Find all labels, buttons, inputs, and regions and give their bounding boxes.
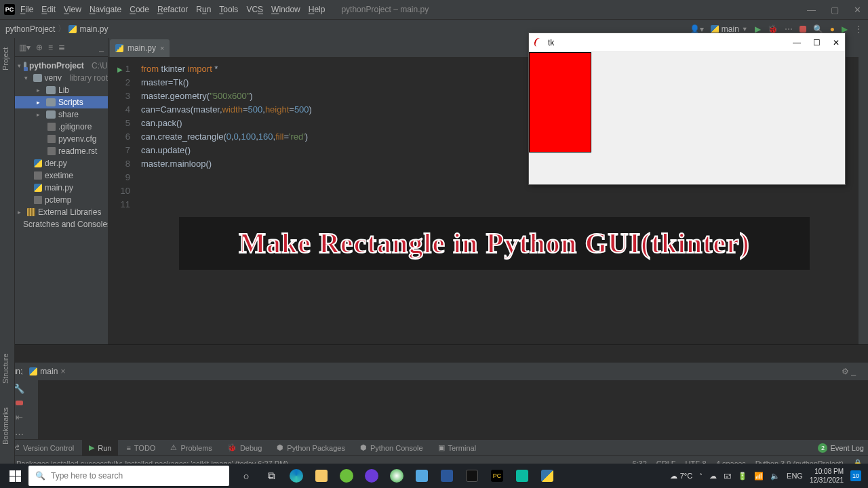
sound-icon[interactable]: 🔈 <box>770 472 780 481</box>
app-word-icon[interactable] <box>435 466 458 486</box>
tab-python-console[interactable]: ⬢Python Console <box>353 440 430 455</box>
structure-tool-tab[interactable]: Structure <box>1 353 9 384</box>
close-icon[interactable]: ✕ <box>851 5 864 15</box>
run-gutter-icon[interactable]: ▶ <box>117 63 123 77</box>
tree-pyvenv[interactable]: pyvenv.cfg <box>15 133 108 145</box>
tkinter-app-window[interactable]: tk — ☐ ✕ <box>528 33 846 185</box>
menu-window[interactable]: Window <box>271 5 300 14</box>
menu-edit[interactable]: Edit <box>41 5 56 14</box>
tree-exetime[interactable]: exetime <box>15 169 108 182</box>
menu-code[interactable]: Code <box>130 5 149 14</box>
tree-scratches[interactable]: Scratches and Consoles <box>15 218 108 230</box>
weather-widget[interactable]: ☁ 7°C <box>670 472 692 481</box>
tk-feather-icon <box>534 38 544 47</box>
scroll-down-icon[interactable]: ↓ <box>20 369 24 376</box>
tab-problems[interactable]: ⚠Problems <box>163 440 218 455</box>
taskbar-search[interactable]: 🔍Type here to search <box>28 466 229 486</box>
exit-layout-icon[interactable]: ⇤ <box>16 412 23 422</box>
pycharm-logo-icon: PC <box>4 4 15 15</box>
editor-marker-stripe[interactable] <box>859 57 868 344</box>
collapse-all-icon[interactable]: ≣ <box>58 43 65 52</box>
project-tool-tab[interactable]: Project <box>1 47 9 70</box>
run-tab[interactable]: main× <box>29 367 65 376</box>
packages-icon: ⬢ <box>277 443 283 452</box>
window-title: pythonProject – main.py <box>341 5 429 14</box>
stop-button-icon[interactable] <box>800 26 806 33</box>
task-view-icon[interactable]: ⧉ <box>260 466 283 486</box>
menu-navigate[interactable]: Navigate <box>90 5 121 14</box>
tree-venv[interactable]: ▾venv library root <box>15 72 108 84</box>
wrench-icon[interactable]: 🔧 <box>14 384 24 394</box>
tab-debug[interactable]: 🐞Debug <box>220 440 269 455</box>
menu-vcs[interactable]: VCS <box>246 5 263 14</box>
tree-readme[interactable]: readme.rst <box>15 145 108 157</box>
tree-pctemp[interactable]: pctemp <box>15 194 108 206</box>
run-settings-icon[interactable]: ⚙ ⎯ <box>842 367 868 376</box>
tree-external-libraries[interactable]: ▸External Libraries <box>15 206 108 218</box>
tree-der[interactable]: der.py <box>15 157 108 169</box>
tab-version-control[interactable]: ⎇Version Control <box>4 440 81 455</box>
maximize-icon[interactable]: ▢ <box>828 5 842 15</box>
tree-main[interactable]: main.py <box>15 182 108 194</box>
locate-icon[interactable]: ⊕ <box>36 43 43 52</box>
app-python-icon[interactable] <box>536 466 559 486</box>
menu-refactor[interactable]: Refactor <box>157 5 188 14</box>
tab-event-log[interactable]: 2Event Log <box>818 443 864 453</box>
event-count-badge: 2 <box>818 443 827 453</box>
menu-help[interactable]: Help <box>309 5 326 14</box>
app-green2-icon[interactable] <box>385 466 408 486</box>
python-icon <box>711 25 719 33</box>
menu-tools[interactable]: Tools <box>219 5 238 14</box>
tk-titlebar[interactable]: tk — ☐ ✕ <box>529 33 845 52</box>
app-notepad-icon[interactable] <box>410 466 433 486</box>
language-indicator[interactable]: ENG <box>787 472 803 480</box>
minimize-icon[interactable]: — <box>804 5 818 15</box>
tray-overflow-icon[interactable]: ˄ <box>699 472 703 480</box>
wifi-icon[interactable]: 📶 <box>754 472 764 481</box>
menu-file[interactable]: File <box>20 5 33 14</box>
hide-panel-icon[interactable]: ⎯ <box>99 43 104 52</box>
libraries-icon <box>27 208 35 216</box>
edge-icon[interactable] <box>285 466 308 486</box>
editor-tab-main[interactable]: main.py × <box>110 39 170 57</box>
tree-gitignore[interactable]: .gitignore <box>15 121 108 133</box>
breadcrumb-file[interactable]: main.py <box>68 24 108 34</box>
tab-python-packages[interactable]: ⬢Python Packages <box>270 440 352 455</box>
app-purple-icon[interactable] <box>360 466 383 486</box>
start-button[interactable] <box>3 464 27 488</box>
app-cmd-icon[interactable] <box>460 466 484 486</box>
close-run-tab-icon[interactable]: × <box>60 367 65 376</box>
expand-all-icon[interactable]: ≡ <box>48 43 53 52</box>
tab-todcouncils[interactable]: ≡TODO <box>119 440 162 455</box>
cortana-icon[interactable]: ○ <box>235 466 258 486</box>
tree-root[interactable]: ▾pythonProject C:\U <box>15 60 108 72</box>
menu-run[interactable]: Run <box>196 5 211 14</box>
tree-scripts[interactable]: ▸Scripts <box>15 96 108 108</box>
stop-icon[interactable] <box>16 401 23 405</box>
bookmarks-tool-tab[interactable]: Bookmarks <box>1 407 9 445</box>
notification-center-icon[interactable]: 10 <box>850 470 861 481</box>
tk-maximize-icon[interactable]: ☐ <box>813 38 821 47</box>
project-tree-panel: ▥▾ ⊕ ≡ ≣ ⎯ ▾pythonProject C:\U ▾venv lib… <box>15 38 108 344</box>
explorer-icon[interactable] <box>310 466 333 486</box>
mail-icon[interactable]: 🖃 <box>724 472 731 480</box>
breadcrumb-project[interactable]: pythonProject <box>5 24 55 34</box>
toolbar-more-icon[interactable]: ⋮ <box>854 24 863 34</box>
tk-close-icon[interactable]: ✕ <box>833 38 840 47</box>
app-filmora-icon[interactable] <box>511 466 534 486</box>
tk-minimize-icon[interactable]: — <box>793 38 801 47</box>
tree-share[interactable]: ▸share <box>15 108 108 121</box>
more-icon[interactable]: ⋯ <box>15 429 24 439</box>
close-tab-icon[interactable]: × <box>160 44 164 52</box>
tree-lib[interactable]: ▸Lib <box>15 84 108 96</box>
battery-icon[interactable]: 🔋 <box>738 472 747 481</box>
app-pycharm-icon[interactable]: PC <box>486 466 509 486</box>
tab-terminal[interactable]: ▣Terminal <box>431 440 484 455</box>
onedrive-icon[interactable]: ☁ <box>709 472 717 481</box>
app-green-icon[interactable] <box>335 466 358 486</box>
system-tray: ☁ 7°C ˄ ☁ 🖃 🔋 📶 🔈 ENG 10:08 PM12/31/2021… <box>670 467 865 485</box>
project-view-icon[interactable]: ▥▾ <box>19 43 31 52</box>
clock[interactable]: 10:08 PM12/31/2021 <box>810 467 844 485</box>
tab-run[interactable]: ▶Run <box>82 440 118 455</box>
menu-view[interactable]: View <box>64 5 81 14</box>
